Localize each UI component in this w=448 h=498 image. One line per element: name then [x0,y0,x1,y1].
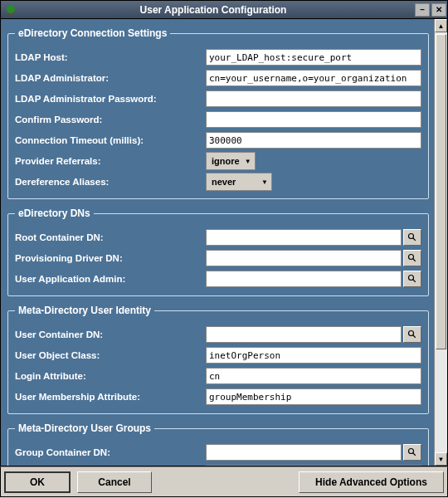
section-groups: Meta-Directory User Groups Group Contain… [7,422,429,466]
ldap-host-label: LDAP Host: [15,52,206,62]
svg-line-11 [413,453,416,456]
root-dn-input[interactable] [206,229,402,246]
titlebar: User Application Configuration – ✕ [0,0,448,18]
ldap-admin-label: LDAP Administrator: [15,73,206,83]
login-attr-input[interactable] [206,368,421,384]
svg-point-6 [409,276,414,281]
section-dns: eDirectory DNs Root Container DN: Provis… [7,208,429,296]
prov-dn-browse-button[interactable] [403,250,421,266]
user-container-input[interactable] [206,326,402,343]
admin-dn-browse-button[interactable] [403,271,421,287]
user-container-browse-button[interactable] [403,326,421,343]
svg-line-9 [413,335,416,338]
hide-advanced-button[interactable]: Hide Advanced Options [299,471,444,493]
dereference-label: Dereference Aliases: [15,177,206,187]
vertical-scrollbar[interactable]: ▲ ▼ [434,19,447,466]
confirm-password-label: Confirm Password: [15,115,206,124]
group-container-input[interactable] [206,444,402,461]
svg-line-5 [413,259,416,261]
section-groups-legend: Meta-Directory User Groups [15,422,154,434]
ldap-password-input[interactable] [206,90,421,107]
ok-button[interactable]: OK [4,471,71,493]
admin-dn-label: User Application Admin: [15,274,206,284]
close-button[interactable]: ✕ [431,3,446,17]
svg-point-8 [409,331,414,336]
svg-point-10 [409,449,414,454]
ldap-host-input[interactable] [206,49,421,66]
section-connection-legend: eDirectory Connection Settings [15,27,170,39]
ldap-password-label: LDAP Administrator Password: [15,94,206,104]
svg-point-4 [409,255,414,260]
svg-point-1 [7,5,15,13]
section-identity-legend: Meta-Directory User Identity [15,305,154,316]
referrals-select[interactable]: ignore ▼ [206,152,256,170]
dereference-value: never [212,177,236,187]
group-container-label: Group Container DN: [15,447,206,457]
svg-line-7 [413,280,416,282]
user-class-input[interactable] [206,347,421,364]
root-dn-label: Root Container DN: [15,232,206,242]
root-dn-browse-button[interactable] [403,229,421,246]
timeout-input[interactable] [206,132,421,149]
footer-bar: OK Cancel Hide Advanced Options [0,466,448,497]
section-dns-legend: eDirectory DNs [15,208,94,219]
chevron-down-icon: ▼ [245,158,251,165]
section-connection: eDirectory Connection Settings LDAP Host… [7,27,429,199]
group-container-browse-button[interactable] [403,444,421,461]
prov-dn-input[interactable] [206,250,402,266]
window-title: User Application Configuration [21,4,414,16]
user-class-label: User Object Class: [15,350,206,360]
section-identity: Meta-Directory User Identity User Contai… [7,305,429,414]
form-scroll-area: eDirectory Connection Settings LDAP Host… [1,19,434,466]
scroll-up-button[interactable]: ▲ [435,19,447,32]
ldap-admin-input[interactable] [206,70,421,86]
svg-point-2 [409,234,414,239]
timeout-label: Connection Timeout (millis): [15,135,206,145]
confirm-password-input[interactable] [206,111,421,128]
content-pane: eDirectory Connection Settings LDAP Host… [0,18,448,466]
cancel-button[interactable]: Cancel [77,471,152,493]
prov-dn-label: Provisioning Driver DN: [15,253,206,263]
referrals-label: Provider Referrals: [15,156,206,166]
referrals-value: ignore [212,156,240,166]
login-attr-label: Login Attribute: [15,371,206,381]
admin-dn-input[interactable] [206,271,402,287]
dereference-select[interactable]: never ▼ [206,173,272,191]
membership-attr-input[interactable] [206,388,421,405]
chevron-down-icon: ▼ [261,178,268,186]
scroll-thumb[interactable] [436,34,446,349]
app-icon [4,3,17,17]
user-container-label: User Container DN: [15,330,206,339]
membership-attr-label: User Membership Attribute: [15,392,206,402]
group-class-input[interactable] [206,465,421,466]
scroll-down-button[interactable]: ▼ [435,452,447,466]
minimize-button[interactable]: – [415,3,430,17]
scroll-track[interactable] [435,32,447,452]
svg-line-3 [413,238,416,241]
